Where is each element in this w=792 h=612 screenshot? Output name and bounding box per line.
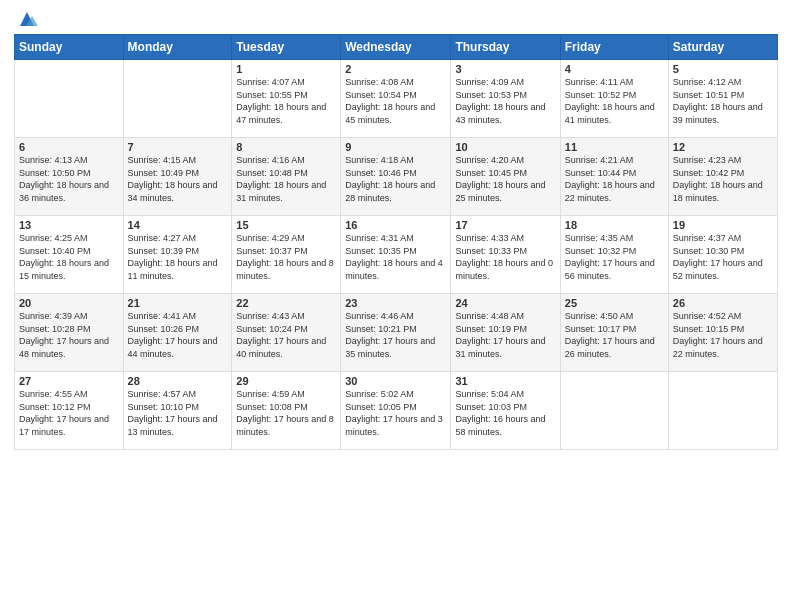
day-info: Sunrise: 4:46 AM Sunset: 10:21 PM Daylig…	[345, 310, 446, 360]
calendar-cell: 17Sunrise: 4:33 AM Sunset: 10:33 PM Dayl…	[451, 216, 560, 294]
calendar-cell	[123, 60, 232, 138]
calendar-cell: 18Sunrise: 4:35 AM Sunset: 10:32 PM Dayl…	[560, 216, 668, 294]
calendar-header-monday: Monday	[123, 35, 232, 60]
calendar-cell: 30Sunrise: 5:02 AM Sunset: 10:05 PM Dayl…	[341, 372, 451, 450]
calendar: SundayMondayTuesdayWednesdayThursdayFrid…	[14, 34, 778, 450]
day-info: Sunrise: 4:18 AM Sunset: 10:46 PM Daylig…	[345, 154, 446, 204]
calendar-cell: 10Sunrise: 4:20 AM Sunset: 10:45 PM Dayl…	[451, 138, 560, 216]
day-info: Sunrise: 4:35 AM Sunset: 10:32 PM Daylig…	[565, 232, 664, 282]
day-number: 12	[673, 141, 773, 153]
day-number: 26	[673, 297, 773, 309]
day-number: 10	[455, 141, 555, 153]
calendar-cell: 23Sunrise: 4:46 AM Sunset: 10:21 PM Dayl…	[341, 294, 451, 372]
day-number: 25	[565, 297, 664, 309]
day-number: 29	[236, 375, 336, 387]
calendar-cell: 6Sunrise: 4:13 AM Sunset: 10:50 PM Dayli…	[15, 138, 124, 216]
calendar-cell: 13Sunrise: 4:25 AM Sunset: 10:40 PM Dayl…	[15, 216, 124, 294]
calendar-cell: 14Sunrise: 4:27 AM Sunset: 10:39 PM Dayl…	[123, 216, 232, 294]
day-info: Sunrise: 4:12 AM Sunset: 10:51 PM Daylig…	[673, 76, 773, 126]
day-number: 30	[345, 375, 446, 387]
day-number: 21	[128, 297, 228, 309]
day-info: Sunrise: 4:29 AM Sunset: 10:37 PM Daylig…	[236, 232, 336, 282]
day-info: Sunrise: 4:52 AM Sunset: 10:15 PM Daylig…	[673, 310, 773, 360]
day-info: Sunrise: 4:33 AM Sunset: 10:33 PM Daylig…	[455, 232, 555, 282]
calendar-cell: 2Sunrise: 4:08 AM Sunset: 10:54 PM Dayli…	[341, 60, 451, 138]
day-number: 4	[565, 63, 664, 75]
day-number: 27	[19, 375, 119, 387]
day-info: Sunrise: 4:48 AM Sunset: 10:19 PM Daylig…	[455, 310, 555, 360]
day-info: Sunrise: 4:21 AM Sunset: 10:44 PM Daylig…	[565, 154, 664, 204]
calendar-week-row: 1Sunrise: 4:07 AM Sunset: 10:55 PM Dayli…	[15, 60, 778, 138]
calendar-cell: 26Sunrise: 4:52 AM Sunset: 10:15 PM Dayl…	[668, 294, 777, 372]
calendar-cell: 27Sunrise: 4:55 AM Sunset: 10:12 PM Dayl…	[15, 372, 124, 450]
day-number: 14	[128, 219, 228, 231]
day-number: 19	[673, 219, 773, 231]
calendar-header-sunday: Sunday	[15, 35, 124, 60]
day-info: Sunrise: 4:50 AM Sunset: 10:17 PM Daylig…	[565, 310, 664, 360]
day-number: 23	[345, 297, 446, 309]
day-info: Sunrise: 4:43 AM Sunset: 10:24 PM Daylig…	[236, 310, 336, 360]
day-number: 16	[345, 219, 446, 231]
calendar-week-row: 6Sunrise: 4:13 AM Sunset: 10:50 PM Dayli…	[15, 138, 778, 216]
day-info: Sunrise: 5:04 AM Sunset: 10:03 PM Daylig…	[455, 388, 555, 438]
calendar-cell: 4Sunrise: 4:11 AM Sunset: 10:52 PM Dayli…	[560, 60, 668, 138]
calendar-cell: 31Sunrise: 5:04 AM Sunset: 10:03 PM Dayl…	[451, 372, 560, 450]
calendar-cell: 16Sunrise: 4:31 AM Sunset: 10:35 PM Dayl…	[341, 216, 451, 294]
calendar-header-thursday: Thursday	[451, 35, 560, 60]
day-number: 31	[455, 375, 555, 387]
day-info: Sunrise: 4:39 AM Sunset: 10:28 PM Daylig…	[19, 310, 119, 360]
calendar-header-wednesday: Wednesday	[341, 35, 451, 60]
day-info: Sunrise: 4:13 AM Sunset: 10:50 PM Daylig…	[19, 154, 119, 204]
calendar-cell: 11Sunrise: 4:21 AM Sunset: 10:44 PM Dayl…	[560, 138, 668, 216]
calendar-cell: 20Sunrise: 4:39 AM Sunset: 10:28 PM Dayl…	[15, 294, 124, 372]
day-info: Sunrise: 4:59 AM Sunset: 10:08 PM Daylig…	[236, 388, 336, 438]
calendar-header-saturday: Saturday	[668, 35, 777, 60]
day-info: Sunrise: 4:09 AM Sunset: 10:53 PM Daylig…	[455, 76, 555, 126]
day-info: Sunrise: 4:20 AM Sunset: 10:45 PM Daylig…	[455, 154, 555, 204]
logo	[14, 10, 38, 28]
day-info: Sunrise: 4:25 AM Sunset: 10:40 PM Daylig…	[19, 232, 119, 282]
day-info: Sunrise: 4:07 AM Sunset: 10:55 PM Daylig…	[236, 76, 336, 126]
calendar-cell	[15, 60, 124, 138]
day-number: 11	[565, 141, 664, 153]
header	[14, 10, 778, 28]
day-number: 20	[19, 297, 119, 309]
calendar-cell: 21Sunrise: 4:41 AM Sunset: 10:26 PM Dayl…	[123, 294, 232, 372]
calendar-cell: 12Sunrise: 4:23 AM Sunset: 10:42 PM Dayl…	[668, 138, 777, 216]
day-number: 28	[128, 375, 228, 387]
calendar-week-row: 13Sunrise: 4:25 AM Sunset: 10:40 PM Dayl…	[15, 216, 778, 294]
calendar-cell: 9Sunrise: 4:18 AM Sunset: 10:46 PM Dayli…	[341, 138, 451, 216]
calendar-cell: 3Sunrise: 4:09 AM Sunset: 10:53 PM Dayli…	[451, 60, 560, 138]
calendar-header-friday: Friday	[560, 35, 668, 60]
day-info: Sunrise: 4:15 AM Sunset: 10:49 PM Daylig…	[128, 154, 228, 204]
day-info: Sunrise: 4:37 AM Sunset: 10:30 PM Daylig…	[673, 232, 773, 282]
day-number: 13	[19, 219, 119, 231]
day-number: 9	[345, 141, 446, 153]
day-number: 1	[236, 63, 336, 75]
day-number: 24	[455, 297, 555, 309]
day-number: 18	[565, 219, 664, 231]
day-info: Sunrise: 4:16 AM Sunset: 10:48 PM Daylig…	[236, 154, 336, 204]
day-info: Sunrise: 4:23 AM Sunset: 10:42 PM Daylig…	[673, 154, 773, 204]
day-number: 17	[455, 219, 555, 231]
calendar-cell: 28Sunrise: 4:57 AM Sunset: 10:10 PM Dayl…	[123, 372, 232, 450]
day-number: 6	[19, 141, 119, 153]
calendar-cell: 1Sunrise: 4:07 AM Sunset: 10:55 PM Dayli…	[232, 60, 341, 138]
day-info: Sunrise: 4:41 AM Sunset: 10:26 PM Daylig…	[128, 310, 228, 360]
calendar-cell: 29Sunrise: 4:59 AM Sunset: 10:08 PM Dayl…	[232, 372, 341, 450]
day-info: Sunrise: 4:27 AM Sunset: 10:39 PM Daylig…	[128, 232, 228, 282]
calendar-cell: 25Sunrise: 4:50 AM Sunset: 10:17 PM Dayl…	[560, 294, 668, 372]
calendar-cell: 22Sunrise: 4:43 AM Sunset: 10:24 PM Dayl…	[232, 294, 341, 372]
day-info: Sunrise: 4:57 AM Sunset: 10:10 PM Daylig…	[128, 388, 228, 438]
day-info: Sunrise: 4:11 AM Sunset: 10:52 PM Daylig…	[565, 76, 664, 126]
day-number: 7	[128, 141, 228, 153]
logo-icon	[16, 8, 38, 30]
day-info: Sunrise: 4:08 AM Sunset: 10:54 PM Daylig…	[345, 76, 446, 126]
day-number: 5	[673, 63, 773, 75]
day-number: 2	[345, 63, 446, 75]
calendar-cell: 15Sunrise: 4:29 AM Sunset: 10:37 PM Dayl…	[232, 216, 341, 294]
page: SundayMondayTuesdayWednesdayThursdayFrid…	[0, 0, 792, 612]
day-info: Sunrise: 5:02 AM Sunset: 10:05 PM Daylig…	[345, 388, 446, 438]
day-info: Sunrise: 4:31 AM Sunset: 10:35 PM Daylig…	[345, 232, 446, 282]
day-info: Sunrise: 4:55 AM Sunset: 10:12 PM Daylig…	[19, 388, 119, 438]
